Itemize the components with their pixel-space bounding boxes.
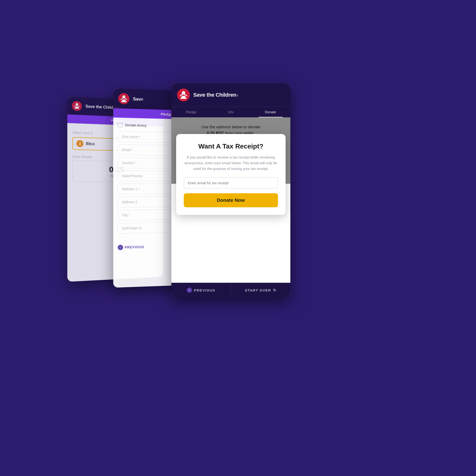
card-front-header: Save the Children® bbox=[171, 83, 290, 107]
crypto-name: Bitco bbox=[86, 142, 95, 146]
tab-pledge[interactable]: Pledge bbox=[171, 107, 211, 117]
svg-point-0 bbox=[72, 101, 82, 111]
svg-point-4 bbox=[118, 93, 130, 104]
scene: Save the Children Pledge Select Your C ₿… bbox=[71, 71, 405, 405]
tax-receipt-modal: Want A Tax Receipt? If you would like to… bbox=[176, 134, 286, 215]
svg-point-8 bbox=[177, 88, 190, 102]
modal-body: If you would like to receive a tax recei… bbox=[184, 154, 278, 171]
anon-checkbox[interactable] bbox=[118, 122, 122, 128]
tab-bar: Pledge Info Donate bbox=[171, 107, 290, 117]
tab-donate[interactable]: Donate bbox=[251, 107, 290, 117]
previous-button[interactable]: ‹ PREVIOUS bbox=[171, 283, 231, 298]
prev-arrow-icon-back2: ‹ bbox=[118, 245, 123, 250]
logo-icon-front bbox=[177, 88, 190, 102]
tax-email-input[interactable] bbox=[184, 177, 278, 188]
modal-title: Want A Tax Receipt? bbox=[184, 143, 278, 150]
start-over-button[interactable]: START OVER ↻ bbox=[231, 283, 290, 298]
logo-icon-back1 bbox=[72, 101, 82, 111]
btc-icon: ₿ bbox=[76, 140, 83, 147]
card-front: Save the Children® Pledge Info Donate Us… bbox=[171, 83, 290, 298]
brand-name-back2: Save bbox=[133, 96, 143, 102]
anon-label: Donate Anony bbox=[125, 123, 146, 127]
donate-now-button[interactable]: Donate Now bbox=[184, 193, 278, 207]
bottom-nav: ‹ PREVIOUS START OVER ↻ bbox=[171, 283, 290, 298]
logo-icon-back2 bbox=[118, 93, 130, 104]
brand-name-front: Save the Children® bbox=[193, 92, 238, 98]
refresh-icon: ↻ bbox=[273, 288, 276, 292]
tab-info[interactable]: Info bbox=[211, 107, 251, 117]
btc-section: Use the address below to donate 0.25 BTC… bbox=[171, 117, 290, 184]
prev-arrow-icon: ‹ bbox=[187, 288, 192, 293]
prev-label-back2: PREVIOUS bbox=[124, 245, 144, 249]
